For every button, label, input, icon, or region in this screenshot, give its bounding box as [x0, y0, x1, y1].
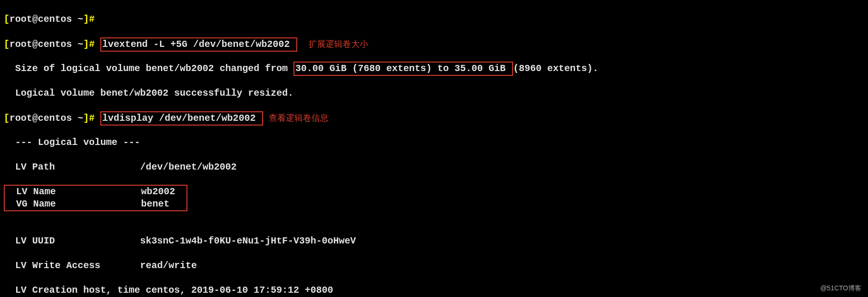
prompt-userhost: root@centos ~ — [9, 39, 83, 50]
prompt-userhost: root@centos ~ — [9, 113, 83, 124]
prompt-line-1[interactable]: [root@centos ~]# — [4, 13, 864, 26]
output-size-changed: Size of logical volume benet/wb2002 chan… — [4, 63, 864, 75]
output-resized: Logical volume benet/wb2002 successfully… — [4, 87, 864, 99]
prompt-line-3[interactable]: [root@centos ~]# lvdisplay /dev/benet/wb… — [4, 112, 864, 124]
bracket-close: ]# — [83, 113, 95, 124]
prompt-line-2[interactable]: [root@centos ~]# lvextend -L +5G /dev/be… — [4, 38, 864, 50]
bracket-open: [ — [4, 14, 9, 25]
bracket-close: ]# — [83, 39, 95, 50]
annotation-extend: 扩展逻辑卷大小 — [309, 39, 368, 49]
watermark: @51CTO博客 — [820, 282, 861, 294]
highlight-size-change: 30.00 GiB (7680 extents) to 35.00 GiB — [293, 62, 513, 76]
command-lvdisplay: lvdisplay /dev/benet/wb2002 — [100, 111, 263, 126]
field-lv-path: LV Path /dev/benet/wb2002 — [4, 161, 864, 173]
field-lv-name: LV Name wb2002 VG Name benet — [4, 186, 864, 198]
field-lv-write: LV Write Access read/write — [4, 260, 864, 272]
bracket-open: [ — [4, 113, 9, 124]
field-vg-name-spacer — [4, 210, 864, 223]
command-lvextend: lvextend -L +5G /dev/benet/wb2002 — [100, 37, 297, 52]
bracket-close: ]# — [83, 14, 95, 25]
annotation-view: 查看逻辑卷信息 — [269, 113, 328, 123]
lv-header: --- Logical volume --- — [4, 136, 864, 149]
bracket-open: [ — [4, 39, 9, 50]
terminal-output: [root@centos ~]# [root@centos ~]# lvexte… — [0, 0, 868, 297]
prompt-userhost: root@centos ~ — [9, 14, 83, 25]
highlight-names: LV Name wb2002 VG Name benet — [4, 185, 187, 211]
field-lv-ctime: LV Creation host, time centos, 2019-06-1… — [4, 284, 864, 297]
field-lv-uuid: LV UUID sk3snC-1w4b-f0KU-eNu1-jHtF-V39h-… — [4, 235, 864, 247]
